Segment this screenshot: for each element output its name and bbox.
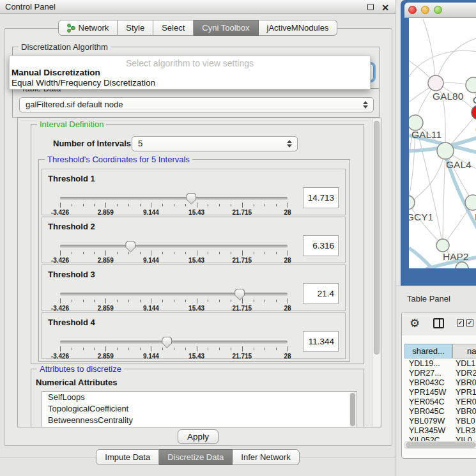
num-intervals-label: Number of Intervals bbox=[53, 139, 131, 148]
node-bottom[interactable] bbox=[456, 262, 468, 268]
table-data-combobox[interactable]: galFiltered.sif default node bbox=[19, 97, 374, 112]
node-gcy1[interactable] bbox=[409, 196, 415, 210]
checkbox-icon[interactable]: ✓ bbox=[466, 319, 473, 326]
table-cell[interactable]: YPR145W bbox=[404, 388, 452, 397]
table-cell[interactable]: YBR045C bbox=[404, 407, 452, 417]
tab-discretize-data[interactable]: Discretize Data bbox=[159, 449, 233, 465]
table-cell[interactable]: YBL0 bbox=[452, 417, 476, 426]
table-row[interactable]: YPR145WYPR1 bbox=[404, 388, 476, 397]
table-row[interactable]: YLR345WYLR3 bbox=[404, 426, 476, 436]
slider-tick bbox=[174, 204, 174, 206]
slider-tick bbox=[208, 204, 208, 206]
slider-tick bbox=[117, 252, 118, 254]
node-gal80[interactable] bbox=[428, 75, 443, 91]
table-cell[interactable]: YLR345W bbox=[404, 426, 452, 436]
threshold-slider-2[interactable]: -3.4262.8599.14415.4321.71528 bbox=[60, 240, 288, 263]
cyni-toolbox-pane: Discretization Algorithm Table Data galF… bbox=[4, 28, 392, 446]
tab-style[interactable]: Style bbox=[118, 20, 153, 36]
slider-tick-label: 28 bbox=[284, 305, 291, 312]
tab-infer-network[interactable]: Infer Network bbox=[233, 449, 299, 465]
slider-tick bbox=[128, 300, 129, 302]
threshold-value-field-4[interactable]: 11.344 bbox=[303, 331, 339, 352]
columns-icon[interactable] bbox=[433, 318, 444, 328]
threshold-slider-3[interactable]: -3.4262.8599.14415.4321.71528 bbox=[60, 288, 288, 311]
tab-impute-data[interactable]: Impute Data bbox=[96, 449, 159, 465]
tab-jactivemnodules[interactable]: jActiveMNodules bbox=[259, 20, 338, 36]
node-label-gal11: GAL11 bbox=[411, 129, 441, 140]
slider-tick bbox=[219, 252, 220, 254]
attribute-list-item[interactable]: SelfLoops bbox=[42, 392, 357, 403]
slider-tick bbox=[94, 348, 95, 350]
settings-vertical-scrollbar[interactable] bbox=[372, 119, 380, 426]
table-cell[interactable]: YBR0 bbox=[452, 378, 476, 388]
slider-tick bbox=[83, 204, 84, 206]
table-horizontal-scrollbar[interactable] bbox=[404, 441, 476, 449]
network-canvas[interactable]: GAL80 G C GAL11 GAL4 GCY1 H HAP2 bbox=[409, 18, 476, 268]
group-title: Threshold's Coordinates for 5 Intervals bbox=[45, 155, 192, 164]
dropdown-option-equal-width[interactable]: Equal Width/Frequency Discretization bbox=[10, 77, 370, 88]
table-cell[interactable]: YDR27... bbox=[404, 369, 452, 378]
slider-tick bbox=[162, 300, 163, 302]
table-toolbar: ⚙ ✓ ✓ bbox=[402, 312, 476, 335]
zoom-traffic-light-icon[interactable] bbox=[434, 6, 442, 14]
table-cell[interactable]: YDR2 bbox=[452, 369, 476, 378]
table-header-row: shared... na bbox=[404, 344, 476, 358]
gear-icon[interactable]: ⚙ bbox=[410, 316, 420, 330]
column-header-shared[interactable]: shared... bbox=[404, 344, 452, 358]
table-row[interactable]: YDR27...YDR2 bbox=[404, 369, 476, 378]
column-header-name[interactable]: na bbox=[452, 344, 476, 358]
table-cell[interactable]: YBR0 bbox=[452, 407, 476, 417]
tab-network[interactable]: Network bbox=[58, 20, 118, 36]
table-cell[interactable]: YER0 bbox=[452, 397, 476, 407]
slider-tick bbox=[288, 298, 288, 303]
network-view-window: GAL80 G C GAL11 GAL4 GCY1 H HAP2 bbox=[401, 0, 476, 286]
node-hap2[interactable] bbox=[436, 239, 449, 252]
slider-tick bbox=[151, 346, 151, 351]
table-cell[interactable]: YDL19... bbox=[404, 359, 452, 369]
threshold-value-field-1[interactable]: 14.713 bbox=[303, 187, 339, 208]
attributes-group: Attributes to discretize Numerical Attri… bbox=[31, 369, 364, 427]
checkbox-icon[interactable]: ✓ bbox=[457, 319, 464, 326]
table-row[interactable]: YBL079WYBL0 bbox=[404, 417, 476, 426]
threshold-value-field-2[interactable]: 6.316 bbox=[303, 235, 339, 256]
window-title: Control Panel bbox=[5, 0, 56, 14]
threshold-slider-4[interactable]: -3.4262.8599.14415.4321.71528 bbox=[60, 336, 288, 359]
close-icon[interactable]: ✕ bbox=[381, 1, 389, 14]
table-cell[interactable]: YDL1 bbox=[452, 359, 476, 369]
table-row[interactable]: YER054CYER0 bbox=[404, 397, 476, 407]
close-traffic-light-icon[interactable] bbox=[408, 6, 417, 14]
attribute-list-item[interactable]: TopologicalCoefficient bbox=[42, 403, 357, 415]
table-cell[interactable]: YBL079W bbox=[404, 417, 452, 426]
node-label-hap2: HAP2 bbox=[443, 251, 469, 262]
tab-cyni-toolbox[interactable]: Cyni Toolbox bbox=[194, 20, 258, 36]
table-cell[interactable]: YLR3 bbox=[452, 426, 476, 436]
minimize-traffic-light-icon[interactable] bbox=[421, 6, 429, 14]
slider-tick-label: 2.859 bbox=[98, 305, 114, 312]
table-cell[interactable]: YBR043C bbox=[404, 378, 452, 388]
table-row[interactable]: YDL19...YDL1 bbox=[404, 359, 476, 369]
slider-tick bbox=[94, 204, 95, 206]
numerical-attributes-list[interactable]: SelfLoopsTopologicalCoefficientBetweenne… bbox=[42, 391, 357, 427]
apply-button[interactable]: Apply bbox=[178, 429, 219, 444]
threshold-slider-1[interactable]: -3.4262.8599.14415.4321.71528 bbox=[60, 192, 288, 215]
slider-tick-label: -3.426 bbox=[51, 353, 69, 360]
node-h[interactable] bbox=[465, 195, 476, 210]
dropdown-option-manual[interactable]: Manual Discretization bbox=[10, 67, 370, 77]
slider-tick bbox=[128, 252, 129, 254]
threshold-value-field-3[interactable]: 21.4 bbox=[303, 283, 339, 304]
slider-tick bbox=[162, 348, 163, 350]
node-gal11[interactable] bbox=[409, 115, 423, 130]
table-row[interactable]: YBR043CYBR0 bbox=[404, 378, 476, 388]
attribute-list-item[interactable]: BetweennessCentrality bbox=[42, 415, 357, 426]
threshold-row-1: Threshold 1 -3.4262.8599.14415.4321.7152… bbox=[42, 169, 346, 215]
table-cell[interactable]: YER054C bbox=[404, 397, 452, 407]
table-row[interactable]: YBR045CYBR0 bbox=[404, 407, 476, 417]
node-gal4[interactable] bbox=[437, 142, 454, 159]
attributes-scrollbar[interactable] bbox=[349, 392, 356, 427]
screen: Control Panel ✕ Network Style Select Cyn… bbox=[0, 0, 476, 476]
float-window-icon[interactable] bbox=[367, 4, 374, 10]
num-intervals-combobox[interactable]: 5 bbox=[132, 136, 298, 151]
node-top-right[interactable] bbox=[466, 77, 476, 93]
table-cell[interactable]: YPR1 bbox=[452, 388, 476, 397]
tab-select[interactable]: Select bbox=[153, 20, 194, 36]
